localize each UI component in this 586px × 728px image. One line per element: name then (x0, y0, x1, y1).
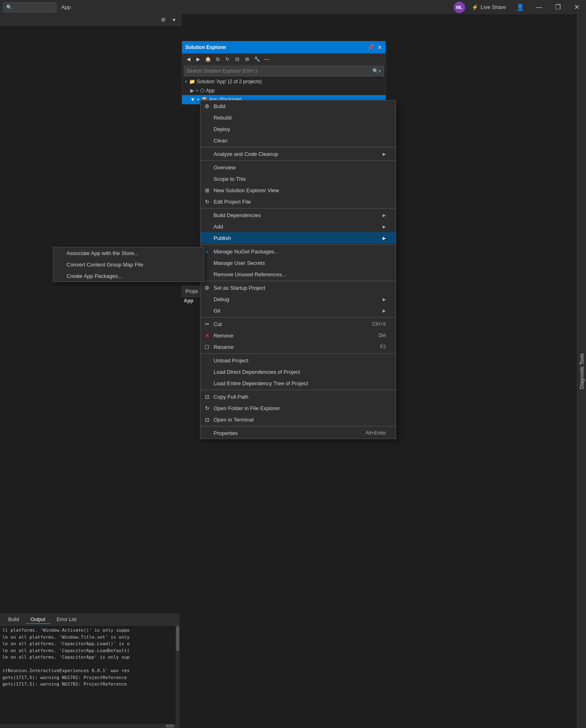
ctx-load-entire[interactable]: Load Entire Dependency Tree of Project (201, 377, 396, 389)
ctx-manage-secrets[interactable]: Manage User Secrets (201, 257, 396, 269)
ctx-properties-label: Properties (214, 430, 238, 436)
maximize-button[interactable]: ❐ (548, 0, 567, 14)
ctx-remove[interactable]: ✕ Remove Del (201, 330, 396, 341)
diagnostic-tools-sidebar[interactable]: Diagnostic Tools (577, 14, 586, 728)
ctx-edit-project-label: Edit Project File (214, 199, 251, 205)
ctx-build[interactable]: ⚙ Build (201, 100, 396, 112)
ctx-set-startup[interactable]: ⚙ Set as Startup Project (201, 282, 396, 293)
output-line-6: ctReunion.InteractiveExperiences 0.8.1' … (2, 668, 177, 675)
ctx-open-folder[interactable]: ↻ Open Folder in File Explorer (201, 402, 396, 414)
se-close-button[interactable]: ✕ (377, 44, 382, 51)
ctx-scope-label: Scope to This (214, 176, 246, 182)
ctx-deploy[interactable]: Deploy (201, 123, 396, 135)
ctx-copy-path[interactable]: ⊡ Copy Full Path (201, 391, 396, 402)
output-line-2: le on all platforms. 'Window.Title.set' … (2, 634, 177, 641)
close-button[interactable]: ✕ (567, 0, 586, 14)
separator-6 (201, 317, 396, 317)
publish-arrow-icon: ▶ (383, 236, 386, 240)
ctx-associate[interactable]: Associate App with the Store... (53, 247, 204, 259)
ctx-clean[interactable]: Clean (201, 135, 396, 146)
ctx-open-folder-label: Open Folder in File Explorer (214, 405, 280, 411)
se-collapse-button[interactable]: ⊟ (233, 55, 242, 64)
se-search[interactable]: Search Solution Explorer (Ctrl+;) 🔍▾ (184, 66, 384, 76)
output-scrollthumb (176, 626, 179, 651)
dropdown-button[interactable]: ▾ (169, 16, 178, 24)
ctx-manage-nuget[interactable]: ● Manage NuGet Packages... (201, 246, 396, 257)
ctx-debug[interactable]: Debug ▶ (201, 293, 396, 305)
se-back-button[interactable]: ◀ (184, 55, 193, 64)
tab-build[interactable]: Build (3, 616, 24, 624)
solution-explorer: Solution Explorer 📌 ✕ ◀ ▶ 🏠 ⧉ ↻ ⊟ ⊞ 🔧 — … (182, 41, 386, 104)
ctx-git[interactable]: Git ▶ (201, 305, 396, 316)
minimize-button[interactable]: — (530, 0, 548, 14)
se-toolbar: ◀ ▶ 🏠 ⧉ ↻ ⊟ ⊞ 🔧 — (182, 53, 385, 65)
ctx-build-deps[interactable]: Build Dependencies ▶ (201, 209, 396, 221)
context-menu: ⚙ Build Rebuild Deploy Clean Analyze and… (200, 100, 396, 439)
ctx-remove-unused-label: Remove Unused References... (214, 271, 286, 277)
ctx-open-terminal[interactable]: ⊡ Open in Terminal (201, 414, 396, 425)
se-tree-app[interactable]: ▶ + ⬡ App (182, 86, 385, 95)
ctx-build-label: Build (214, 103, 225, 109)
build-deps-arrow-icon: ▶ (383, 213, 386, 218)
left-panel-header: ⚙ ▾ (0, 14, 182, 26)
se-tree-icon-pkg-plus: + (197, 97, 200, 102)
context-menu-2: Associate App with the Store... Convert … (53, 247, 204, 282)
output-line-4: le on all platforms. 'CapacitorApp.LoadD… (2, 648, 177, 655)
separator-8 (201, 390, 396, 390)
ctx-scope[interactable]: Scope to This (201, 173, 396, 184)
tab-output[interactable]: Output (26, 616, 50, 624)
ctx-overview[interactable]: Overview (201, 162, 396, 173)
ctx-publish[interactable]: Publish ▶ (201, 232, 396, 244)
ctx-edit-project[interactable]: ↻ Edit Project File (201, 196, 396, 207)
se-sync-button[interactable]: ⧉ (213, 55, 222, 64)
ctx-remove-unused[interactable]: Remove Unused References... (201, 269, 396, 280)
ctx-cut[interactable]: ✂ Cut Ctrl+X (201, 318, 396, 330)
se-tree-solution[interactable]: + 📁 Solution 'App' (2 of 2 projects) (182, 77, 385, 86)
ctx-create-packages[interactable]: Create App Packages... (53, 270, 204, 282)
settings-button[interactable]: ⚙ (159, 16, 168, 24)
se-forward-button[interactable]: ▶ (194, 55, 203, 64)
se-pin-button[interactable]: 📌 (367, 44, 374, 51)
output-line-5: le on all platforms. 'CapacitorApp' is o… (2, 654, 177, 661)
output-scrollbar[interactable] (176, 626, 180, 728)
props-label: Props (185, 289, 198, 294)
se-search-icon[interactable]: 🔍▾ (372, 68, 381, 74)
live-share-button[interactable]: ⚡ Live Share (467, 0, 511, 14)
separator-1 (201, 147, 396, 147)
title-search[interactable]: 🔍 (3, 2, 56, 12)
se-minus-button[interactable]: — (262, 55, 271, 64)
se-settings-button[interactable]: 🔧 (252, 55, 261, 64)
startup-icon: ⚙ (204, 285, 210, 291)
ctx-add[interactable]: Add ▶ (201, 221, 396, 232)
ctx-analyze[interactable]: Analyze and Code Cleanup ▶ (201, 148, 396, 160)
ctx-new-se-view[interactable]: ⊞ New Solution Explorer View (201, 184, 396, 196)
ctx-rename[interactable]: ☐ Rename F2 (201, 341, 396, 353)
se-tree-icon-app-plus: + (196, 88, 198, 93)
se-home-button[interactable]: 🏠 (203, 55, 212, 64)
ctx-rebuild[interactable]: Rebuild (201, 112, 396, 123)
output-line-3: le on all platforms. 'CapacitorApp.Load(… (2, 641, 177, 648)
separator-4 (201, 244, 396, 245)
ctx-add-label: Add (214, 224, 223, 230)
search-icon: 🔍 (6, 4, 12, 10)
ctx-create-packages-label: Create App Packages... (67, 273, 123, 279)
ctx-cut-label: Cut (214, 321, 222, 327)
output-line-blank (2, 661, 177, 668)
person-icon[interactable]: 👤 (511, 0, 530, 14)
se-refresh-button[interactable]: ↻ (223, 55, 232, 64)
h-scrollbar[interactable] (0, 724, 176, 728)
output-line-8: gets(1717,5): warning NU1702: ProjectRef… (2, 681, 177, 688)
open-terminal-icon: ⊡ (204, 417, 210, 423)
ctx-properties[interactable]: Properties Alt+Enter (201, 427, 396, 439)
remove-shortcut: Del (379, 333, 386, 338)
se-filter-button[interactable]: ⊞ (243, 55, 252, 64)
ctx-convert[interactable]: Convert Content Group Map File (53, 259, 204, 270)
avatar: ML (454, 2, 465, 13)
ctx-rename-label: Rename (214, 344, 234, 350)
ctx-load-direct[interactable]: Load Direct Dependencies of Project (201, 366, 396, 377)
ctx-unload[interactable]: Unload Project (201, 355, 396, 366)
output-panel: Build Output Error List ll platforms. 'W… (0, 614, 180, 728)
tab-error-list[interactable]: Error List (52, 616, 82, 624)
left-panel: ⚙ ▾ Build Output Error List ll platforms… (0, 14, 182, 728)
ctx-deploy-label: Deploy (214, 126, 230, 132)
